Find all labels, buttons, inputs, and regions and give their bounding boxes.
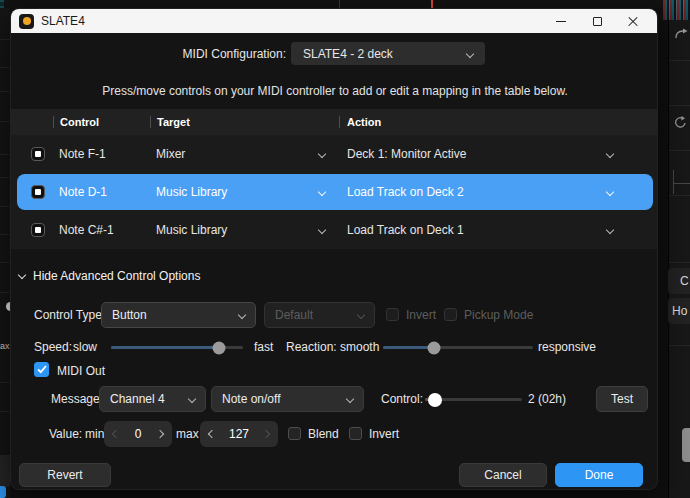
desktop-background: C Ho ax SLATE4 [0, 0, 690, 498]
action-select[interactable]: Load Track on Deck 2 [347, 173, 464, 211]
speed-slider[interactable] [111, 346, 243, 349]
control-cell: Note C#-1 [59, 211, 114, 249]
target-select[interactable]: Music Library [156, 211, 227, 249]
channel-value: Channel 4 [110, 392, 165, 406]
target-select[interactable]: Music Library [156, 173, 227, 211]
value-label: Value: [49, 427, 82, 442]
value-invert-checkbox[interactable] [349, 427, 362, 440]
action-select[interactable]: Deck 1: Monitor Active [347, 135, 466, 173]
scrollbar-thumb[interactable] [682, 428, 690, 462]
speed-label: Speed: [34, 340, 72, 355]
message-label: Message: [51, 392, 103, 407]
column-header-control: Control [60, 109, 99, 135]
app-icon [19, 14, 34, 29]
midi-configuration-select[interactable]: SLATE4 - 2 deck [291, 42, 485, 65]
value-max-label: max [176, 427, 199, 442]
background-left-strip: ax [0, 8, 10, 498]
control-number-label: Control: [381, 392, 423, 407]
chevron-down-icon[interactable] [318, 150, 326, 158]
midi-out-label: MIDI Out [57, 364, 105, 379]
instruction-text: Press/move controls on your MIDI control… [11, 84, 658, 98]
invert-checkbox [386, 308, 399, 321]
mapping-table: Control Target Action Note F-1 Mixer Dec… [11, 109, 658, 249]
chevron-right-icon[interactable] [262, 430, 270, 438]
max-value-stepper[interactable]: 127 [200, 421, 278, 447]
revert-button[interactable]: Revert [19, 463, 111, 487]
reaction-max-label: responsive [538, 340, 596, 355]
message-type-value: Note on/off [222, 392, 281, 406]
cancel-button[interactable]: Cancel [459, 463, 547, 487]
midi-configuration-value: SLATE4 - 2 deck [303, 47, 393, 61]
close-button[interactable] [615, 9, 651, 33]
chevron-down-icon[interactable] [318, 226, 326, 234]
chevron-down-icon [346, 395, 354, 403]
hotcues-button-label: Ho [672, 304, 687, 318]
background-block-fragment [0, 455, 10, 487]
chevron-left-icon[interactable] [112, 430, 120, 438]
slider-thumb[interactable] [213, 341, 226, 354]
background-right-panel: C Ho [668, 20, 690, 498]
waveform-fragment-right [663, 0, 690, 20]
redo-icon[interactable] [675, 28, 689, 42]
control-type-select[interactable]: Button [101, 302, 256, 328]
reaction-min-label: smooth [340, 340, 379, 355]
speed-min-label: slow [73, 340, 97, 355]
chevron-down-icon[interactable] [606, 150, 614, 158]
blend-checkbox[interactable] [288, 427, 301, 440]
invert-label: Invert [406, 308, 436, 323]
midi-configuration-label: MIDI Configuration: [11, 45, 286, 63]
chevron-right-icon[interactable] [156, 430, 164, 438]
target-select[interactable]: Mixer [156, 135, 185, 173]
min-value-stepper[interactable]: 0 [104, 421, 172, 447]
table-row[interactable]: Note C#-1 Music Library Load Track on De… [11, 211, 658, 249]
mapping-checkbox[interactable] [31, 223, 45, 237]
message-type-select[interactable]: Note on/off [211, 386, 364, 412]
maximize-button[interactable] [579, 9, 615, 33]
mapping-checkbox[interactable] [31, 185, 45, 199]
reaction-label: Reaction: [286, 340, 337, 355]
background-cue-button[interactable]: C [668, 268, 690, 294]
chevron-down-icon[interactable] [606, 226, 614, 234]
pickup-mode-checkbox [444, 308, 457, 321]
min-value: 0 [135, 427, 142, 441]
chevron-down-icon [18, 270, 26, 278]
background-hotcues-button[interactable]: Ho [668, 298, 690, 324]
minimize-icon [556, 21, 566, 22]
slider-thumb[interactable] [428, 393, 442, 407]
action-select[interactable]: Load Track on Deck 1 [347, 211, 464, 249]
checkmark-icon [37, 365, 47, 374]
chevron-down-icon[interactable] [318, 188, 326, 196]
blend-label: Blend [308, 427, 339, 442]
max-value: 127 [229, 427, 249, 441]
table-row-selected[interactable]: Note D-1 Music Library Load Track on Dec… [11, 173, 658, 211]
window-title: SLATE4 [41, 14, 85, 28]
control-number-slider[interactable] [425, 398, 522, 401]
close-icon [628, 16, 638, 26]
advanced-options-label: Hide Advanced Control Options [33, 269, 200, 284]
chevron-down-icon [238, 311, 246, 319]
chevron-down-icon [357, 311, 365, 319]
chevron-down-icon [188, 395, 196, 403]
background-blue-fragment [0, 486, 6, 498]
control-number-value: 2 (02h) [528, 392, 566, 407]
control-subtype-value: Default [275, 308, 313, 322]
slider-thumb[interactable] [428, 341, 441, 354]
cue-button-label: C [680, 274, 689, 288]
test-button[interactable]: Test [596, 386, 648, 412]
column-header-action: Action [347, 109, 381, 135]
refresh-icon[interactable] [674, 116, 687, 132]
minimize-button[interactable] [543, 9, 579, 33]
reaction-slider[interactable] [383, 346, 533, 349]
table-row[interactable]: Note F-1 Mixer Deck 1: Monitor Active [11, 135, 658, 173]
chevron-down-icon [466, 49, 474, 57]
speed-max-label: fast [254, 340, 273, 355]
channel-select[interactable]: Channel 4 [99, 386, 206, 412]
done-button[interactable]: Done [555, 463, 643, 487]
chevron-left-icon[interactable] [208, 430, 216, 438]
advanced-options-toggle[interactable]: Hide Advanced Control Options [19, 267, 200, 285]
chevron-down-icon[interactable] [606, 188, 614, 196]
mapping-checkbox[interactable] [31, 147, 45, 161]
midi-out-checkbox[interactable] [34, 362, 49, 377]
waveform-divider [339, 0, 340, 8]
window-titlebar[interactable]: SLATE4 [11, 9, 658, 33]
